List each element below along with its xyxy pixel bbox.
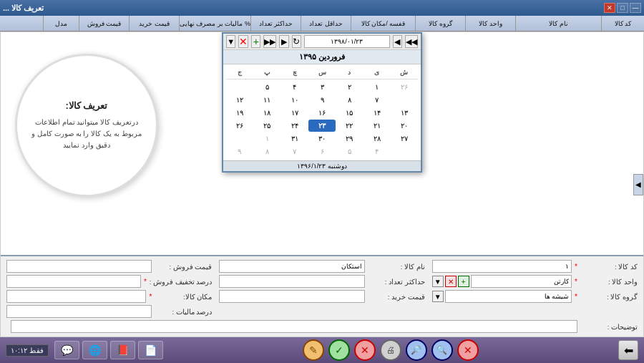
cal-remove-icon[interactable]: ✕ bbox=[238, 35, 248, 48]
unit-label: واحد کالا : bbox=[580, 278, 638, 286]
cal-day-20[interactable]: ۲۰ bbox=[391, 120, 418, 132]
cal-day-24[interactable]: ۲۴ bbox=[281, 120, 308, 132]
unit-field-group: + ✕ ▼ bbox=[432, 275, 572, 288]
cal-day-26prev[interactable]: ۲۶ bbox=[391, 81, 418, 93]
action-edit-btn[interactable]: ✎ bbox=[303, 339, 324, 361]
cal-day-11[interactable]: ۱۱ bbox=[253, 94, 280, 106]
cal-nav-prev-year[interactable]: ◀◀ bbox=[405, 35, 418, 48]
title-bar: — □ ✕ تعریف کالا ... bbox=[0, 0, 644, 16]
buy-price-label: قیمت خرید : bbox=[368, 293, 425, 301]
taskbar-app-1[interactable]: 📄 bbox=[138, 341, 163, 359]
cal-day-9[interactable]: ۹ bbox=[308, 94, 335, 106]
taskbar-app-3[interactable]: 🌐 bbox=[82, 341, 107, 359]
cal-day-31[interactable]: ۳۱ bbox=[281, 132, 308, 145]
unit-input[interactable] bbox=[471, 275, 572, 288]
cal-day-4[interactable]: ۴ bbox=[281, 81, 308, 93]
col-header-name: نام کالا bbox=[515, 16, 601, 31]
cal-day-18[interactable]: ۱۸ bbox=[253, 107, 280, 119]
group-req: * bbox=[575, 293, 577, 301]
cal-add-icon[interactable]: + bbox=[251, 35, 260, 48]
close-window-button[interactable]: ✕ bbox=[604, 3, 615, 13]
minimize-button[interactable]: — bbox=[630, 3, 641, 13]
col-header-group: گروه کالا bbox=[415, 16, 465, 31]
cal-day-17[interactable]: ۱۷ bbox=[281, 107, 308, 119]
cal-day-4next[interactable]: ۴ bbox=[364, 145, 390, 158]
unit-remove-btn[interactable]: ✕ bbox=[445, 276, 457, 287]
taskbar-app-2[interactable]: 📕 bbox=[110, 341, 135, 359]
cal-day-30[interactable]: ۳۰ bbox=[308, 132, 335, 145]
cal-day-26[interactable]: ۲۶ bbox=[226, 120, 253, 132]
cal-day-23-today[interactable]: ۲۳ bbox=[308, 120, 335, 132]
cal-day-13[interactable]: ۱۳ bbox=[391, 107, 418, 119]
back-button[interactable]: ⬅ bbox=[618, 340, 638, 360]
clock-label: فقط ۱۰:۱۲ bbox=[11, 347, 44, 354]
cal-day-5next[interactable]: ۵ bbox=[336, 145, 363, 158]
cal-day-15[interactable]: ۱۵ bbox=[336, 107, 363, 119]
sell-discount-input[interactable] bbox=[6, 275, 141, 288]
cal-day-2[interactable]: ۲ bbox=[336, 81, 363, 93]
tax-input[interactable] bbox=[6, 305, 152, 318]
action-zoom-btn[interactable]: 🔎 bbox=[406, 339, 427, 361]
field-unit: واحد کالا : * + ✕ ▼ bbox=[432, 275, 638, 288]
cal-day-21[interactable]: ۲۱ bbox=[364, 120, 390, 132]
taskbar-app-4[interactable]: 💬 bbox=[54, 341, 79, 359]
cal-day-9next[interactable]: ۹ bbox=[226, 145, 253, 158]
cal-day-7next[interactable]: ۷ bbox=[281, 145, 308, 158]
notes-input[interactable] bbox=[11, 320, 577, 333]
cal-day-29[interactable]: ۲۹ bbox=[336, 132, 363, 145]
cal-day-25[interactable]: ۲۵ bbox=[253, 120, 280, 132]
group-input[interactable] bbox=[445, 290, 572, 303]
field-sell-price: قیمت فروش : bbox=[6, 260, 212, 273]
col-header-min-qty: حداقل تعداد bbox=[301, 16, 351, 31]
notes-label: توضیحات : bbox=[580, 323, 638, 331]
cal-day-7[interactable]: ۷ bbox=[364, 94, 390, 106]
maximize-button[interactable]: □ bbox=[617, 3, 628, 13]
taskbar-right: 📄 📕 🌐 💬 فقط ۱۰:۱۲ bbox=[6, 341, 163, 359]
calendar-overlay: ◀◀ ◀ ↻ ▶ ▶▶ + ✕ ▼ فروردین ۱۳۹۵ ش ی د س چ bbox=[222, 32, 422, 173]
cal-day-1[interactable]: ۱ bbox=[364, 81, 390, 93]
action-print-btn[interactable]: 🖨 bbox=[380, 339, 401, 361]
help-text: درتعریف کالا میتوانید تمام اطلاعات مربوط… bbox=[31, 117, 142, 151]
name-input[interactable] bbox=[219, 260, 364, 273]
cal-day-5[interactable]: ۵ bbox=[253, 81, 280, 93]
cal-day-14[interactable]: ۱۴ bbox=[364, 107, 390, 119]
calendar-date-input[interactable] bbox=[304, 35, 390, 48]
code-input[interactable] bbox=[432, 260, 572, 273]
cal-nav-next-month[interactable]: ▶ bbox=[279, 35, 288, 48]
cal-day-27[interactable]: ۲۷ bbox=[391, 132, 418, 145]
cal-day-8[interactable]: ۸ bbox=[336, 94, 363, 106]
action-confirm-btn[interactable]: ✓ bbox=[328, 339, 350, 361]
clock-display: فقط ۱۰:۱۲ bbox=[6, 344, 49, 357]
scroll-right-arrow[interactable]: ◀ bbox=[633, 174, 643, 195]
group-dropdown-btn[interactable]: ▼ bbox=[432, 291, 444, 302]
cal-day-8next[interactable]: ۸ bbox=[253, 145, 280, 158]
cal-day-12[interactable]: ۱۲ bbox=[226, 94, 253, 106]
cal-day-22[interactable]: ۲۲ bbox=[336, 120, 363, 132]
action-close-btn[interactable]: ✕ bbox=[354, 339, 376, 361]
cal-day-16[interactable]: ۱۶ bbox=[308, 107, 335, 119]
cal-day-19[interactable]: ۱۹ bbox=[226, 107, 253, 119]
buy-price-input[interactable] bbox=[219, 290, 364, 303]
action-cancel-btn[interactable]: ✕ bbox=[457, 339, 479, 361]
cal-day-28[interactable]: ۲۸ bbox=[364, 132, 390, 145]
sell-price-input[interactable] bbox=[6, 260, 152, 273]
cal-today[interactable]: ↻ bbox=[292, 35, 301, 48]
action-search-btn[interactable]: 🔍 bbox=[431, 339, 453, 361]
cal-dropdown-arrow[interactable]: ▼ bbox=[226, 35, 235, 48]
max-qty-input[interactable] bbox=[219, 275, 364, 288]
discount-req: * bbox=[144, 278, 147, 286]
cal-day-1next[interactable]: ۱ bbox=[253, 132, 280, 145]
location-input[interactable] bbox=[6, 290, 146, 303]
unit-dropdown-btn[interactable]: ▼ bbox=[432, 276, 444, 287]
window-controls[interactable]: — □ ✕ bbox=[604, 3, 641, 13]
col-header-shelf: قفسه /مکان کالا bbox=[351, 16, 415, 31]
cal-day-6next[interactable]: ۶ bbox=[308, 145, 335, 158]
cal-nav-next-year[interactable]: ▶▶ bbox=[263, 35, 276, 48]
sell-discount-label: درصد تخفیف فروش : bbox=[150, 278, 213, 286]
cal-day-3[interactable]: ۳ bbox=[308, 81, 335, 93]
cal-day-10[interactable]: ۱۰ bbox=[281, 94, 308, 106]
calendar-grid: ش ی د س چ پ ج ۲۶ ۱ ۲ ۳ ۴ ۵ bbox=[223, 64, 421, 160]
unit-add-btn[interactable]: + bbox=[458, 276, 469, 287]
cal-nav-prev-month[interactable]: ◀ bbox=[393, 35, 402, 48]
calendar-toolbar: ◀◀ ◀ ↻ ▶ ▶▶ + ✕ ▼ bbox=[223, 34, 421, 50]
